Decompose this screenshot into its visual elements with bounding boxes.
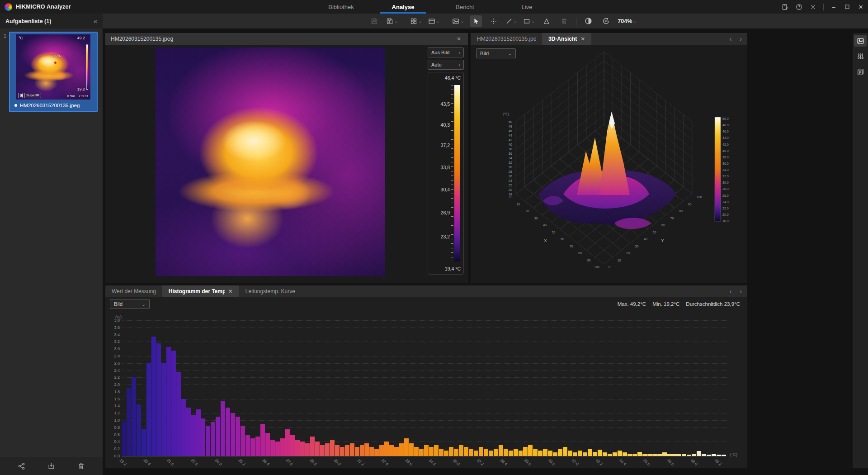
histogram-bar [578, 451, 582, 456]
scale-mode-dropdown[interactable]: Auto› [428, 60, 464, 70]
source-dropdown[interactable]: Aus Bild› [428, 48, 464, 57]
svg-text:90: 90 [688, 203, 692, 206]
help-icon[interactable] [795, 3, 803, 11]
svg-text:40: 40 [644, 238, 647, 241]
histogram-bar [548, 451, 552, 456]
chevron-left-icon[interactable]: ‹ [730, 35, 732, 43]
chevron-down-icon: ⌄ [436, 20, 440, 23]
y-tick-label: 0.0 [108, 454, 120, 458]
toolbar-separator [446, 18, 446, 25]
main-nav-tabs: Bibliothek Analyse Bericht Live [310, 0, 558, 14]
tab-bibliothek[interactable]: Bibliothek [310, 0, 372, 14]
x-tick-label: 44.4 [618, 458, 627, 466]
y-tick-label: 2.0 [108, 382, 120, 387]
histogram-bar [479, 447, 483, 456]
chevron-right-icon[interactable]: › [740, 35, 742, 43]
surface-3d-plot[interactable]: 1820222426283032343638404244464850(℃)010… [471, 45, 747, 283]
rectangle-tool-button[interactable]: ⌄ [523, 15, 535, 27]
svg-text:32.0: 32.0 [722, 175, 729, 178]
app-window: HIKMICRO Analyzer Bibliothek Analyse Ber… [0, 0, 868, 475]
minimize-button[interactable]: – [830, 3, 837, 10]
select-tool-button[interactable] [470, 15, 482, 27]
layout-grid-button[interactable]: ⌄ [410, 15, 422, 27]
histogram-bar [509, 451, 513, 456]
window-layout-button[interactable]: ⌄ [428, 15, 440, 27]
tab-analyse[interactable]: Analyse [372, 0, 434, 14]
histogram-bar [305, 443, 310, 456]
temperature-scale[interactable]: 46,4 °C 43,540,337,233,830,426,923,2 19,… [428, 72, 464, 275]
y-tick-label: 3.2 [108, 339, 120, 344]
y-tick-label: 1.8 [108, 390, 120, 394]
svg-text:100: 100 [697, 195, 702, 199]
tab-live[interactable]: Live [496, 0, 558, 14]
histogram-bar [499, 445, 503, 456]
zoom-control[interactable]: 704% ⌄ [618, 15, 637, 27]
chart-source-dropdown[interactable]: Bild⌄ [110, 299, 150, 309]
tab-3d-view[interactable]: 3D-Ansicht ✕ [542, 33, 591, 45]
contrast-button[interactable] [582, 15, 594, 27]
collapse-sidebar-button[interactable]: « [94, 18, 97, 25]
histogram-bar [618, 451, 622, 456]
svg-text:36.0: 36.0 [722, 162, 729, 165]
share-network-icon[interactable] [15, 460, 27, 472]
task-card-selected[interactable]: °C 49.2 23.0°C 19.2 ▣ SuperIR 0.5m ε:0.9… [9, 32, 98, 112]
histogram-bar [355, 447, 359, 456]
tab-scroll-controls: ‹ › [730, 33, 747, 45]
save-button[interactable] [368, 15, 380, 27]
scale-tick-label: 33,8 [441, 165, 450, 170]
export-icon[interactable] [45, 460, 57, 472]
rotate-90-button[interactable]: 90 [600, 15, 612, 27]
tab-measurement-values[interactable]: Wert der Messung [105, 285, 162, 297]
tab-image-view[interactable]: HM20260315200135.jpeg [471, 33, 542, 45]
settings-gear-icon[interactable] [809, 3, 817, 11]
histogram-bar [206, 426, 210, 456]
maximize-button[interactable] [844, 3, 851, 10]
histogram-bar [647, 454, 652, 456]
save-as-button[interactable]: ⌄ [386, 15, 398, 27]
histogram-bar [722, 455, 726, 456]
image-mode-button[interactable]: ⌄ [452, 15, 464, 27]
scale-tick-label: 37,2 [441, 142, 450, 148]
delta-tool-button[interactable] [541, 15, 552, 27]
titlebar: HIKMICRO Analyzer Bibliothek Analyse Ber… [0, 0, 868, 14]
histogram-bar [454, 449, 458, 456]
chevron-down-icon: ⌄ [418, 20, 422, 23]
svg-text:18.0: 18.0 [722, 219, 729, 223]
chevron-left-icon[interactable]: ‹ [730, 288, 732, 295]
tab-temperature-histogram[interactable]: Histogramm der Tempera ✕ [162, 285, 239, 297]
histogram-bar [360, 445, 364, 456]
chevron-right-icon[interactable]: › [740, 288, 742, 295]
spot-tool-button[interactable] [488, 15, 500, 27]
task-list-title: Aufgabenliste (1) [5, 18, 51, 24]
close-button[interactable]: ✕ [857, 3, 864, 10]
histogram-bar [533, 449, 538, 456]
gridline [122, 456, 726, 456]
chevron-down-icon: ⌄ [633, 20, 637, 23]
view3d-source-dropdown[interactable]: Bild⌄ [476, 48, 516, 58]
svg-text:20: 20 [626, 252, 630, 255]
trash-icon[interactable] [75, 460, 87, 472]
svg-text:48: 48 [509, 124, 512, 128]
close-icon[interactable]: ✕ [455, 36, 462, 42]
image-info-icon[interactable] [854, 35, 867, 47]
close-icon[interactable]: ✕ [228, 288, 233, 294]
y-tick-label: 3.8 [108, 318, 120, 323]
scale-ticks [451, 85, 453, 261]
feedback-icon[interactable] [781, 3, 789, 11]
parameters-sliders-icon[interactable] [854, 50, 867, 62]
svg-text:(℃): (℃) [503, 112, 509, 116]
tab-line-temp-curve[interactable]: Leitungstemp. Kurve [239, 285, 302, 297]
chevron-down-icon: ⌄ [142, 302, 146, 307]
delete-button[interactable] [558, 15, 570, 27]
notes-pages-icon[interactable] [854, 66, 867, 77]
x-tick-label: 38.4 [500, 458, 509, 466]
tab-bericht[interactable]: Bericht [434, 0, 496, 14]
y-tick-label: 2.2 [108, 375, 120, 380]
line-tool-button[interactable]: ⌄ [505, 15, 517, 27]
histogram-bar [231, 413, 235, 456]
thermal-image-canvas[interactable] [156, 48, 385, 276]
histogram-bar [245, 435, 250, 456]
close-icon[interactable]: ✕ [580, 36, 585, 42]
app-title: HIKMICRO Analyzer [16, 4, 71, 10]
histogram-bar [255, 437, 260, 456]
